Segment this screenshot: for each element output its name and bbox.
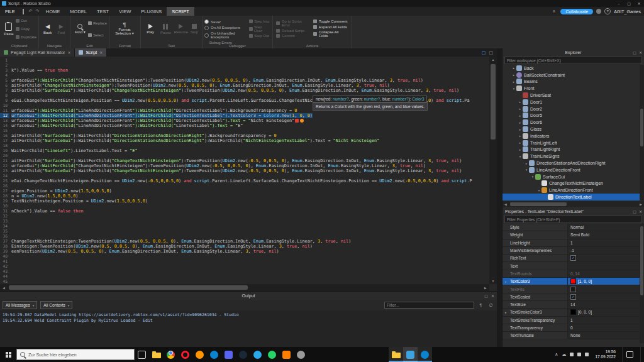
scrollbar-thumb[interactable] [9, 285, 248, 290]
step-out-button[interactable]: Step Out [249, 34, 270, 38]
pause-button[interactable]: Pause [158, 17, 173, 41]
tree-item-changetextnichteinsteigen[interactable]: ChangeTextNichtEinsteigen [502, 180, 644, 187]
close-icon[interactable]: ✕ [639, 209, 642, 214]
property-row-lineheight[interactable]: LineHeight1 [502, 239, 644, 247]
code-line[interactable] [11, 153, 489, 158]
code-line[interactable] [11, 279, 489, 284]
tree-arrow-icon[interactable]: ▸ [524, 162, 529, 165]
play-button[interactable]: Play [143, 17, 158, 41]
tree-item-surfacegui[interactable]: ▾SurfaceGui [502, 173, 644, 180]
property-row-weight[interactable]: WeightSemi Bold [502, 231, 644, 239]
tab-game-view[interactable]: Pegagit Light Rail Simulator ✕ [0, 48, 75, 57]
tree-arrow-icon[interactable]: ▾ [530, 175, 535, 178]
code-area[interactable]: k").Value == true thenurfaceGui"):WaitFo… [11, 58, 489, 284]
select-button[interactable]: Select [88, 33, 107, 37]
property-value-cell[interactable]: 1 [568, 317, 644, 324]
forward-button[interactable]: ▶ Fwd [55, 17, 69, 41]
maximize-button[interactable]: ▢ [624, 0, 634, 7]
code-line[interactable] [11, 73, 489, 78]
word-wrap-icon[interactable]: ¶ [477, 303, 484, 307]
tree-arrow-icon[interactable]: ▾ [536, 189, 541, 192]
tree-arrow-icon[interactable]: ▸ [511, 73, 516, 77]
code-line[interactable]: aitForChild("ChangeTextNichtEinsteigen")… [11, 83, 489, 88]
property-row-textbounds[interactable]: TextBounds0, 14 [502, 270, 644, 278]
properties-vertical-scrollbar[interactable] [640, 224, 644, 343]
roblox-studio-taskbar-icon[interactable] [403, 347, 418, 362]
tree-arrow-icon[interactable]: ▸ [518, 148, 523, 151]
property-value-cell[interactable]: -1 [568, 247, 644, 254]
tree-item-lineanddirectionfront[interactable]: ▾LineAndDirectionFront [502, 187, 644, 194]
property-row-textscaled[interactable]: TextScaled✓ [502, 293, 644, 301]
minimize-button[interactable]: – [614, 0, 624, 7]
tree-arrow-icon[interactable]: ▸ [518, 107, 523, 111]
edge-window-icon[interactable] [418, 347, 432, 362]
code-line[interactable]: urfaceGui"):WaitForChild("LineAndDirecti… [11, 123, 489, 128]
color-swatch[interactable] [570, 278, 576, 284]
tree-arrow-icon[interactable]: ▾ [511, 87, 516, 90]
property-value-cell[interactable]: ✓ [568, 293, 644, 300]
start-button[interactable] [0, 347, 16, 362]
output-log[interactable]: 19:54:29.867 DataModel Loading https://a… [0, 310, 497, 324]
scroll-down-icon[interactable]: ▼ [489, 278, 497, 284]
file-menu-button[interactable]: FILE [0, 7, 20, 16]
menu-tab-plugins[interactable]: PLUGINS [136, 7, 167, 16]
help-icon[interactable]: ? [604, 8, 611, 14]
checkbox-icon[interactable]: ✓ [570, 294, 576, 300]
tree-item-lineanddirectionfront[interactable]: ▾LineAndDirectionFront [502, 167, 644, 173]
script-editor[interactable]: 1234567891011121314151617181920212223242… [0, 57, 497, 291]
goto-script-error-button[interactable]: Go to Script Error [276, 19, 311, 27]
explorer-horizontal-scrollbar[interactable]: ◀ ▶ [502, 201, 644, 207]
task-view-icon[interactable] [135, 347, 149, 362]
editor-horizontal-scrollbar[interactable]: ◀ ▶ [0, 284, 489, 291]
explorer-vertical-scrollbar[interactable] [640, 65, 644, 200]
code-line[interactable] [11, 63, 489, 68]
tree-item-glass[interactable]: ▸Glass [502, 126, 644, 133]
tree-arrow-icon[interactable]: ▾ [518, 155, 523, 158]
code-line[interactable] [11, 269, 489, 274]
property-value-cell[interactable]: [0, 0, 0] [568, 309, 644, 315]
tree-item-door1[interactable]: ▸Door1 [502, 99, 644, 106]
messages-filter-dropdown[interactable]: All Messages ▾ [3, 301, 37, 309]
tree-arrow-icon[interactable]: ▸ [518, 128, 523, 131]
tab-script[interactable]: Script ✕ [75, 48, 107, 57]
close-tab-icon[interactable]: ✕ [67, 50, 70, 55]
code-line[interactable]: eigen.Position = UDim2.new(1.5,0,0.5,0) [11, 189, 489, 194]
code-line[interactable] [11, 234, 489, 239]
expand-all-folds-button[interactable]: Expand All Folds [313, 25, 348, 29]
scroll-left-icon[interactable]: ◀ [0, 284, 8, 291]
layout-icon[interactable]: ▢ [489, 50, 493, 55]
output-log-line[interactable]: 19:54:29.867 DataModel Loading https://a… [3, 312, 497, 318]
code-line[interactable] [11, 128, 489, 133]
property-value-cell[interactable]: [1, 0, 0] [568, 278, 644, 285]
output-log-line[interactable]: 19:54:32.694 Weld Constraint Plugin by R… [3, 318, 497, 324]
tree-item-trainlightright[interactable]: ▸TrainLightRight [502, 146, 644, 153]
code-line[interactable] [11, 204, 489, 209]
tree-item-indicators[interactable]: ▸Indicators [502, 133, 644, 140]
discord-icon[interactable] [221, 347, 236, 362]
code-line[interactable] [11, 254, 489, 259]
tree-item-door2[interactable]: ▸Door2 [502, 106, 644, 112]
explorer-filter-input[interactable]: Filter workspace (Ctrl+Shift+X) [504, 57, 642, 64]
tree-arrow-icon[interactable]: ▸ [518, 121, 523, 124]
output-filter-input[interactable]: Filter... [384, 302, 474, 309]
chrome-icon[interactable] [164, 347, 178, 362]
contexts-filter-dropdown[interactable]: All Contexts ▾ [40, 301, 72, 309]
code-line[interactable] [11, 173, 489, 178]
property-row-richtext[interactable]: RichText✓ [502, 255, 644, 262]
tree-arrow-icon[interactable]: ▸ [518, 114, 523, 118]
code-line[interactable]: nCheck").Value == false then [11, 209, 489, 214]
tree-item-trainlightleft[interactable]: ▸TrainLightLeft [502, 140, 644, 146]
tree-item-directiontextlabel[interactable]: DirectionTextLabel [502, 194, 644, 200]
property-row-texttruncate[interactable]: TextTruncateNone [502, 332, 644, 339]
collaborate-button[interactable]: Collaborate [560, 9, 593, 14]
output-header[interactable]: Output ▢ ✕ [0, 292, 497, 300]
tree-arrow-icon[interactable]: ▾ [524, 168, 529, 172]
menu-tab-test[interactable]: TEST [92, 7, 114, 16]
step-over-button[interactable]: Step Over [249, 25, 270, 33]
copy-button[interactable]: Copy [16, 27, 36, 31]
file-explorer-icon[interactable] [149, 347, 164, 362]
panel-splitter[interactable] [497, 48, 502, 347]
close-button[interactable]: ✕ [634, 0, 644, 7]
vlc-icon[interactable] [279, 347, 294, 362]
volume-icon[interactable] [577, 353, 581, 356]
